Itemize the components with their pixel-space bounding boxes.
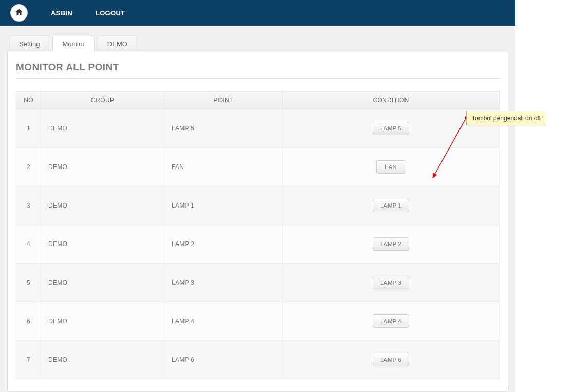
cell-no: 3 bbox=[16, 186, 41, 225]
cell-no: 1 bbox=[16, 109, 41, 148]
points-table: NO GROUP POINT CONDITION 1DEMOLAMP 5LAMP… bbox=[16, 91, 500, 379]
condition-toggle-button[interactable]: LAMP 6 bbox=[373, 353, 409, 366]
logout-link[interactable]: LOGOUT bbox=[96, 9, 125, 17]
cell-condition: FAN bbox=[283, 148, 500, 186]
page-title: MONITOR ALL POINT bbox=[16, 62, 500, 73]
content-panel: MONITOR ALL POINT NO GROUP POINT CONDITI… bbox=[7, 51, 508, 392]
col-header-point: POINT bbox=[164, 91, 283, 109]
cell-group: DEMO bbox=[41, 109, 164, 148]
cell-point: LAMP 6 bbox=[164, 341, 283, 379]
divider bbox=[16, 78, 500, 79]
condition-toggle-button[interactable]: LAMP 2 bbox=[373, 237, 409, 251]
table-row: 4DEMOLAMP 2LAMP 2 bbox=[16, 225, 500, 264]
cell-point: LAMP 2 bbox=[164, 225, 283, 264]
cell-point: LAMP 1 bbox=[164, 186, 283, 225]
tab-setting[interactable]: Setting bbox=[9, 36, 49, 51]
table-row: 5DEMOLAMP 3LAMP 3 bbox=[16, 264, 500, 302]
cell-point: LAMP 4 bbox=[164, 302, 283, 341]
page-body: Setting Monitor DEMO MONITOR ALL POINT N… bbox=[0, 26, 515, 392]
col-header-group: GROUP bbox=[41, 91, 164, 109]
cell-group: DEMO bbox=[41, 225, 164, 264]
table-row: 7DEMOLAMP 6LAMP 6 bbox=[16, 341, 500, 379]
home-icon bbox=[14, 8, 24, 18]
cell-no: 4 bbox=[16, 225, 41, 264]
cell-no: 2 bbox=[16, 148, 41, 186]
cell-condition: LAMP 6 bbox=[283, 341, 500, 379]
tab-monitor[interactable]: Monitor bbox=[52, 36, 94, 51]
condition-toggle-button[interactable]: LAMP 3 bbox=[373, 276, 409, 289]
cell-condition: LAMP 1 bbox=[283, 186, 500, 225]
table-row: 1DEMOLAMP 5LAMP 5 bbox=[16, 109, 500, 148]
home-button[interactable] bbox=[10, 4, 28, 22]
cell-group: DEMO bbox=[41, 148, 164, 186]
cell-point: LAMP 3 bbox=[164, 264, 283, 302]
topbar: ASBIN LOGOUT bbox=[0, 0, 515, 26]
col-header-no: NO bbox=[16, 91, 41, 109]
condition-toggle-button[interactable]: LAMP 4 bbox=[373, 314, 409, 328]
condition-toggle-button[interactable]: LAMP 5 bbox=[373, 122, 409, 135]
cell-group: DEMO bbox=[41, 341, 164, 379]
cell-group: DEMO bbox=[41, 186, 164, 225]
user-link[interactable]: ASBIN bbox=[51, 9, 72, 17]
table-row: 6DEMOLAMP 4LAMP 4 bbox=[16, 302, 500, 341]
cell-no: 7 bbox=[16, 341, 41, 379]
table-header-row: NO GROUP POINT CONDITION bbox=[16, 91, 500, 109]
col-header-condition: CONDITION bbox=[283, 91, 500, 109]
cell-group: DEMO bbox=[41, 302, 164, 341]
cell-condition: LAMP 2 bbox=[283, 225, 500, 264]
cell-condition: LAMP 4 bbox=[283, 302, 500, 341]
tab-bar: Setting Monitor DEMO bbox=[9, 36, 508, 51]
tab-demo[interactable]: DEMO bbox=[98, 36, 137, 51]
cell-group: DEMO bbox=[41, 264, 164, 302]
condition-toggle-button[interactable]: LAMP 1 bbox=[373, 199, 409, 212]
condition-toggle-button[interactable]: FAN bbox=[376, 160, 406, 174]
cell-point: FAN bbox=[164, 148, 283, 186]
table-row: 2DEMOFANFAN bbox=[16, 148, 500, 186]
callout-tooltip: Tombol pengendali on off bbox=[466, 111, 546, 125]
cell-no: 5 bbox=[16, 264, 41, 302]
cell-no: 6 bbox=[16, 302, 41, 341]
cell-condition: LAMP 3 bbox=[283, 264, 500, 302]
cell-point: LAMP 5 bbox=[164, 109, 283, 148]
table-row: 3DEMOLAMP 1LAMP 1 bbox=[16, 186, 500, 225]
